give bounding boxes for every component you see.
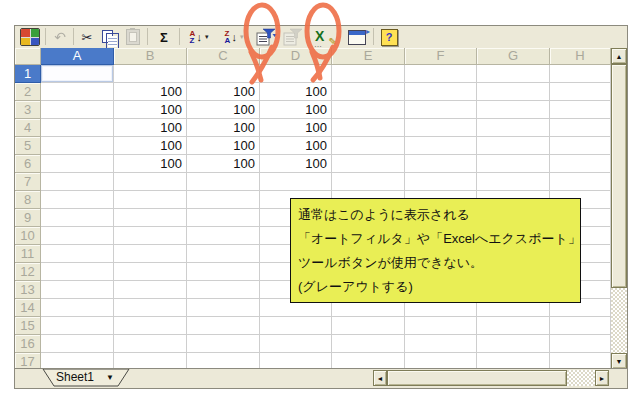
horizontal-scroll-thumb[interactable] — [387, 370, 567, 386]
cell-C13[interactable] — [187, 281, 260, 299]
sort-ascending-button[interactable]: AZ ↓ ▾ — [183, 27, 215, 47]
row-header-11[interactable]: 11 — [15, 245, 41, 263]
cell-F4[interactable] — [405, 119, 477, 137]
cut-button[interactable]: ✂ — [77, 27, 97, 47]
cell-B7[interactable] — [114, 173, 187, 191]
cell-A3[interactable] — [41, 101, 114, 119]
row-header-12[interactable]: 12 — [15, 263, 41, 281]
row-header-14[interactable]: 14 — [15, 299, 41, 317]
scroll-down-button[interactable]: ▼ — [611, 353, 627, 369]
cell-G4[interactable] — [477, 119, 550, 137]
scroll-up-button[interactable]: ▲ — [611, 48, 627, 64]
cell-G16[interactable] — [477, 335, 550, 353]
cell-A2[interactable] — [41, 83, 114, 101]
row-header-3[interactable]: 3 — [15, 101, 41, 119]
cell-H17[interactable] — [550, 353, 611, 369]
cell-F17[interactable] — [405, 353, 477, 369]
scroll-left-button[interactable]: ◄ — [373, 370, 387, 386]
cell-B10[interactable] — [114, 227, 187, 245]
cell-C10[interactable] — [187, 227, 260, 245]
cell-C8[interactable] — [187, 191, 260, 209]
sheet-tab-dropdown-icon[interactable]: ▼ — [106, 373, 114, 382]
cell-F6[interactable] — [405, 155, 477, 173]
cell-D4[interactable]: 100 — [260, 119, 332, 137]
cell-G17[interactable] — [477, 353, 550, 369]
cell-G1[interactable] — [477, 65, 550, 83]
cell-B9[interactable] — [114, 209, 187, 227]
cell-D15[interactable] — [260, 317, 332, 335]
cell-E4[interactable] — [332, 119, 405, 137]
cell-G7[interactable] — [477, 173, 550, 191]
cell-F3[interactable] — [405, 101, 477, 119]
dropdown-icon[interactable]: ▾ — [205, 33, 209, 41]
row-header-1[interactable]: 1 — [15, 65, 41, 83]
cell-H1[interactable] — [550, 65, 611, 83]
cell-G6[interactable] — [477, 155, 550, 173]
cell-H6[interactable] — [550, 155, 611, 173]
row-header-17[interactable]: 17 — [15, 353, 41, 369]
cell-A13[interactable] — [41, 281, 114, 299]
row-header-15[interactable]: 15 — [15, 317, 41, 335]
cell-B16[interactable] — [114, 335, 187, 353]
column-header-B[interactable]: B — [114, 48, 187, 65]
cell-A8[interactable] — [41, 191, 114, 209]
cell-E3[interactable] — [332, 101, 405, 119]
cell-B5[interactable]: 100 — [114, 137, 187, 155]
cell-A17[interactable] — [41, 353, 114, 369]
cell-G5[interactable] — [477, 137, 550, 155]
cell-H15[interactable] — [550, 317, 611, 335]
cell-A5[interactable] — [41, 137, 114, 155]
column-header-E[interactable]: E — [332, 48, 405, 65]
vertical-scroll-track[interactable] — [611, 288, 627, 353]
sort-descending-button[interactable]: ZA ↓ ▾ — [218, 27, 250, 47]
cell-D1[interactable] — [260, 65, 332, 83]
cell-A14[interactable] — [41, 299, 114, 317]
cell-D7[interactable] — [260, 173, 332, 191]
cell-B11[interactable] — [114, 245, 187, 263]
column-header-D[interactable]: D — [260, 48, 332, 65]
cell-C14[interactable] — [187, 299, 260, 317]
cell-H3[interactable] — [550, 101, 611, 119]
horizontal-scrollbar[interactable]: ◄ ► — [373, 370, 609, 386]
cell-C11[interactable] — [187, 245, 260, 263]
cell-G3[interactable] — [477, 101, 550, 119]
cell-D5[interactable]: 100 — [260, 137, 332, 155]
select-all-corner[interactable] — [15, 48, 41, 65]
cell-E6[interactable] — [332, 155, 405, 173]
cell-D16[interactable] — [260, 335, 332, 353]
cell-F1[interactable] — [405, 65, 477, 83]
cell-B15[interactable] — [114, 317, 187, 335]
export-to-excel-button[interactable]: X ✎ … — [312, 27, 338, 47]
cell-C16[interactable] — [187, 335, 260, 353]
cell-A9[interactable] — [41, 209, 114, 227]
cell-C9[interactable] — [187, 209, 260, 227]
cell-C7[interactable] — [187, 173, 260, 191]
cell-C17[interactable] — [187, 353, 260, 369]
cell-H4[interactable] — [550, 119, 611, 137]
cell-B8[interactable] — [114, 191, 187, 209]
cell-B13[interactable] — [114, 281, 187, 299]
cell-F2[interactable] — [405, 83, 477, 101]
cell-G15[interactable] — [477, 317, 550, 335]
cell-C5[interactable]: 100 — [187, 137, 260, 155]
row-header-2[interactable]: 2 — [15, 83, 41, 101]
row-header-4[interactable]: 4 — [15, 119, 41, 137]
cell-D3[interactable]: 100 — [260, 101, 332, 119]
column-header-A[interactable]: A — [41, 48, 114, 65]
cell-E1[interactable] — [332, 65, 405, 83]
cell-C3[interactable]: 100 — [187, 101, 260, 119]
cell-B14[interactable] — [114, 299, 187, 317]
cell-E5[interactable] — [332, 137, 405, 155]
column-header-C[interactable]: C — [187, 48, 260, 65]
cell-F7[interactable] — [405, 173, 477, 191]
column-header-H[interactable]: H — [550, 48, 611, 65]
cell-B1[interactable] — [114, 65, 187, 83]
cell-E16[interactable] — [332, 335, 405, 353]
cell-F16[interactable] — [405, 335, 477, 353]
cell-B6[interactable]: 100 — [114, 155, 187, 173]
cell-A11[interactable] — [41, 245, 114, 263]
cell-A4[interactable] — [41, 119, 114, 137]
autofilter-button[interactable] — [255, 27, 279, 47]
cell-B4[interactable]: 100 — [114, 119, 187, 137]
cell-H2[interactable] — [550, 83, 611, 101]
